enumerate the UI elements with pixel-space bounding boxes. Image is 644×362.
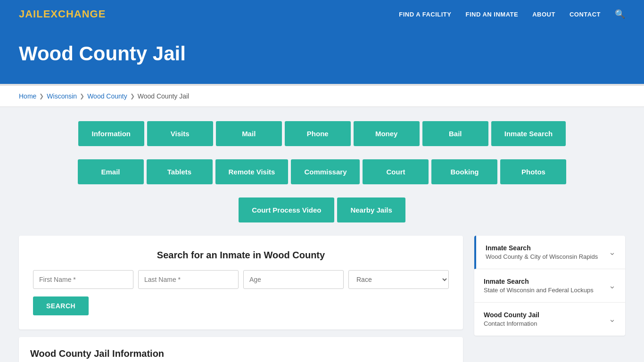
btn-photos[interactable]: Photos [500, 159, 566, 184]
sidebar-item-contact[interactable]: Wood County Jail Contact Information ⌄ [474, 303, 625, 336]
btn-mail[interactable]: Mail [216, 121, 282, 146]
btn-visits[interactable]: Visits [147, 121, 213, 146]
breadcrumb-wisconsin[interactable]: Wisconsin [47, 92, 77, 100]
search-title: Search for an Inmate in Wood County [33, 250, 449, 261]
logo-jail: JAIL [19, 8, 43, 20]
breadcrumb-current: Wood County Jail [138, 92, 189, 100]
search-button[interactable]: SEARCH [33, 296, 89, 315]
sidebar-item-contact-title: Wood County Jail [484, 311, 539, 319]
btn-email[interactable]: Email [78, 159, 144, 184]
breadcrumb-bar: Home ❯ Wisconsin ❯ Wood County ❯ Wood Co… [0, 86, 644, 107]
first-name-input[interactable] [33, 270, 133, 289]
sidebar-item-state-title: Inmate Search [484, 278, 594, 285]
button-grid-row1: Information Visits Mail Phone Money Bail… [19, 121, 625, 146]
chevron-down-icon-1: ⌄ [609, 247, 616, 257]
sidebar-item-wood-left: Inmate Search Wood County & City of Wisc… [486, 244, 598, 260]
nav-find-facility[interactable]: FIND A FACILITY [399, 11, 451, 18]
btn-booking[interactable]: Booking [431, 159, 497, 184]
sidebar-item-contact-sub: Contact Information [484, 320, 539, 327]
main-content: Information Visits Mail Phone Money Bail… [0, 107, 644, 362]
btn-court-video[interactable]: Court Process Video [239, 197, 334, 222]
info-title: Wood County Jail Information [30, 348, 452, 359]
btn-information[interactable]: Information [78, 121, 144, 146]
chevron-down-icon-3: ⌄ [609, 314, 616, 324]
btn-inmate-search[interactable]: Inmate Search [491, 121, 566, 146]
sidebar-item-wood-sub: Wood County & City of Wisconsin Rapids [486, 253, 598, 260]
last-name-input[interactable] [138, 270, 239, 289]
inmate-search-box: Search for an Inmate in Wood County Race… [19, 236, 463, 329]
breadcrumb-sep-1: ❯ [39, 93, 44, 99]
sidebar: Inmate Search Wood County & City of Wisc… [474, 236, 625, 336]
button-grid-row2: Email Tablets Remote Visits Commissary C… [19, 159, 625, 184]
btn-remote-visits[interactable]: Remote Visits [215, 159, 289, 184]
header: JAILEXCHANGE FIND A FACILITY FIND AN INM… [0, 0, 644, 28]
sidebar-item-contact-left: Wood County Jail Contact Information [484, 311, 539, 327]
search-fields: Race White Black Hispanic Asian Other [33, 270, 449, 289]
breadcrumb-wood-county[interactable]: Wood County [87, 92, 127, 100]
button-grid-row3: Court Process Video Nearby Jails [19, 197, 625, 222]
sidebar-card: Inmate Search Wood County & City of Wisc… [474, 236, 625, 336]
breadcrumb: Home ❯ Wisconsin ❯ Wood County ❯ Wood Co… [19, 92, 625, 100]
info-section: Wood County Jail Information [19, 337, 463, 362]
logo[interactable]: JAILEXCHANGE [19, 8, 106, 20]
chevron-down-icon-2: ⌄ [609, 280, 616, 291]
page-title: Wood County Jail [19, 42, 625, 65]
btn-tablets[interactable]: Tablets [147, 159, 213, 184]
btn-phone[interactable]: Phone [285, 121, 351, 146]
lower-section: Search for an Inmate in Wood County Race… [19, 236, 625, 362]
sidebar-item-wood-inmate-search[interactable]: Inmate Search Wood County & City of Wisc… [474, 236, 625, 269]
search-icon-button[interactable]: 🔍 [615, 9, 625, 19]
age-input[interactable] [243, 270, 344, 289]
sidebar-item-state-inmate-search[interactable]: Inmate Search State of Wisconsin and Fed… [474, 269, 625, 303]
race-select[interactable]: Race White Black Hispanic Asian Other [348, 270, 449, 289]
sidebar-item-wood-title: Inmate Search [486, 244, 598, 252]
breadcrumb-sep-2: ❯ [80, 93, 84, 99]
btn-court[interactable]: Court [363, 159, 429, 184]
breadcrumb-home[interactable]: Home [19, 92, 36, 100]
breadcrumb-sep-3: ❯ [130, 93, 135, 99]
nav-find-inmate[interactable]: FIND AN INMATE [465, 11, 518, 18]
btn-commissary[interactable]: Commissary [291, 159, 360, 184]
left-column: Search for an Inmate in Wood County Race… [19, 236, 463, 362]
btn-bail[interactable]: Bail [422, 121, 488, 146]
nav-contact[interactable]: CONTACT [570, 11, 601, 18]
sidebar-item-state-sub: State of Wisconsin and Federal Lockups [484, 287, 594, 294]
nav-about[interactable]: ABOUT [532, 11, 555, 18]
hero-section: Wood County Jail [0, 28, 644, 86]
main-nav: FIND A FACILITY FIND AN INMATE ABOUT CON… [399, 9, 625, 19]
btn-money[interactable]: Money [354, 121, 420, 146]
logo-exchange: EXCHANGE [43, 8, 106, 20]
btn-nearby-jails[interactable]: Nearby Jails [337, 197, 405, 222]
sidebar-item-state-left: Inmate Search State of Wisconsin and Fed… [484, 278, 594, 294]
